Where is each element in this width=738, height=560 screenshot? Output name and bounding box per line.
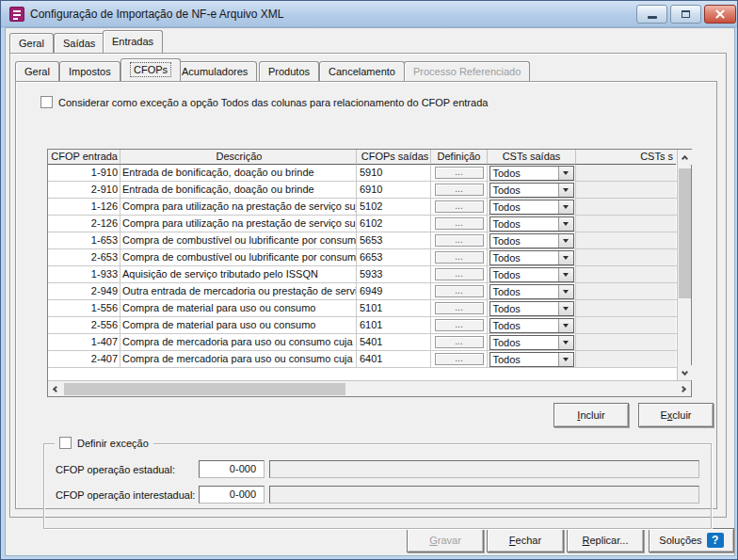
col-header-csts-saidas[interactable]: CSTs saídas — [488, 150, 576, 165]
cell-csts-saidas-2[interactable] — [576, 283, 676, 299]
cell-cfop-entrada[interactable]: 1-933 — [48, 266, 120, 282]
horizontal-scroll-thumb[interactable] — [64, 383, 345, 395]
table-row[interactable]: 1-407 Compra de mercadoria para uso ou c… — [48, 334, 677, 351]
restore-button[interactable] — [670, 5, 701, 24]
definicao-button[interactable]: ... — [435, 285, 484, 297]
vertical-scroll-thumb[interactable] — [679, 168, 691, 298]
subtab-cfops[interactable]: CFOPs — [120, 58, 181, 81]
horizontal-scrollbar[interactable] — [48, 380, 691, 396]
definicao-button[interactable]: ... — [435, 184, 484, 196]
definicao-button[interactable]: ... — [435, 319, 484, 331]
csts-combobox[interactable]: Todos — [489, 267, 574, 282]
subtab-impostos[interactable]: Impostos — [59, 61, 120, 81]
cell-descricao[interactable]: Aquisição de serviço tributado pelo ISSQ… — [120, 266, 357, 282]
cell-csts-saidas-2[interactable] — [576, 334, 676, 350]
cell-csts-saidas-2[interactable] — [576, 216, 676, 232]
cell-cfops-saidas[interactable]: 6949 — [357, 283, 431, 299]
subtab-produtos[interactable]: Produtos — [259, 61, 319, 81]
csts-combobox[interactable]: Todos — [489, 250, 574, 265]
cell-descricao[interactable]: Compra de mercadoria para uso ou consumo… — [120, 334, 357, 350]
cfop-estadual-input[interactable]: 0-000 — [199, 460, 265, 478]
combo-dropdown-button[interactable] — [558, 285, 573, 298]
csts-combobox[interactable]: Todos — [489, 284, 574, 299]
subtab-acumuladores[interactable]: Acumuladores — [172, 61, 257, 81]
solucoes-button[interactable]: Soluções ? — [649, 528, 734, 552]
cell-cfop-entrada[interactable]: 1-407 — [48, 334, 120, 350]
cell-cfops-saidas[interactable]: 5102 — [357, 199, 431, 215]
incluir-button[interactable]: Incluir — [554, 403, 629, 427]
col-header-csts-saidas-2[interactable]: CSTs s — [576, 150, 676, 165]
cell-descricao[interactable]: Compra de combustível ou lubrificante po… — [120, 232, 357, 248]
definicao-button[interactable]: ... — [435, 200, 484, 213]
cell-descricao[interactable]: Entrada de bonificação, doação ou brinde — [120, 182, 357, 198]
cell-cfop-entrada[interactable]: 2-126 — [48, 216, 120, 232]
definicao-button[interactable]: ... — [435, 167, 484, 179]
gravar-button[interactable]: Gravar — [407, 528, 484, 552]
table-row[interactable]: 2-653 Compra de combustível ou lubrifica… — [48, 249, 677, 266]
table-row[interactable]: 1-556 Compra de material para uso ou con… — [48, 300, 677, 317]
tab-saidas[interactable]: Saídas — [54, 33, 104, 53]
definicao-button[interactable]: ... — [435, 353, 484, 365]
combo-dropdown-button[interactable] — [558, 184, 573, 197]
exception-checkbox[interactable] — [40, 96, 53, 108]
combo-dropdown-button[interactable] — [558, 319, 573, 332]
cell-cfops-saidas[interactable]: 6102 — [357, 216, 431, 232]
combo-dropdown-button[interactable] — [558, 167, 573, 180]
scroll-left-button[interactable] — [48, 381, 62, 396]
col-header-descricao[interactable]: Descrição — [120, 150, 357, 165]
csts-combobox[interactable]: Todos — [489, 166, 574, 181]
cell-descricao[interactable]: Compra de combustível ou lubrificante po… — [120, 249, 357, 265]
csts-combobox[interactable]: Todos — [489, 216, 574, 232]
definicao-button[interactable]: ... — [435, 302, 484, 314]
table-row[interactable]: 2-910 Entrada de bonificação, doação ou … — [48, 182, 677, 199]
col-header-definicao[interactable]: Definição — [431, 150, 488, 165]
cell-cfops-saidas[interactable]: 6401 — [357, 351, 431, 367]
cell-descricao[interactable]: Compra de mercadoria para uso ou consumo… — [120, 351, 357, 367]
cell-descricao[interactable]: Outra entrada de mercadoria ou prestação… — [120, 283, 357, 299]
combo-dropdown-button[interactable] — [558, 217, 573, 231]
subtab-cancelamento[interactable]: Cancelamento — [319, 61, 405, 81]
cell-cfops-saidas[interactable]: 6101 — [357, 317, 431, 333]
definicao-button[interactable]: ... — [435, 234, 484, 247]
cell-csts-saidas-2[interactable] — [576, 199, 676, 215]
csts-combobox[interactable]: Todos — [489, 233, 574, 248]
cell-cfop-entrada[interactable]: 1-910 — [48, 165, 120, 181]
cell-cfops-saidas[interactable]: 5101 — [357, 300, 431, 316]
table-row[interactable]: 1-653 Compra de combustível ou lubrifica… — [48, 232, 677, 249]
table-row[interactable]: 1-910 Entrada de bonificação, doação ou … — [48, 165, 677, 182]
cell-cfop-entrada[interactable]: 2-556 — [48, 317, 120, 333]
cell-cfops-saidas[interactable]: 5933 — [357, 266, 431, 282]
scroll-down-button[interactable] — [678, 365, 692, 380]
table-row[interactable]: 2-556 Compra de material para uso ou con… — [48, 317, 677, 334]
combo-dropdown-button[interactable] — [558, 251, 573, 264]
cell-cfops-saidas[interactable]: 5910 — [357, 165, 431, 181]
cell-descricao[interactable]: Compra de material para uso ou consumo — [120, 317, 357, 333]
table-row[interactable]: 2-126 Compra para utilização na prestaçã… — [48, 216, 677, 232]
cell-descricao[interactable]: Entrada de bonificação, doação ou brinde — [120, 165, 357, 181]
cell-csts-saidas-2[interactable] — [576, 249, 676, 265]
definicao-button[interactable]: ... — [435, 251, 484, 264]
definicao-button[interactable]: ... — [435, 268, 484, 280]
csts-combobox[interactable]: Todos — [489, 183, 574, 198]
csts-combobox[interactable]: Todos — [489, 352, 574, 367]
csts-combobox[interactable]: Todos — [489, 301, 574, 316]
combo-dropdown-button[interactable] — [558, 302, 573, 315]
definir-excecao-checkbox[interactable] — [59, 437, 72, 449]
close-button[interactable] — [704, 5, 736, 24]
cell-csts-saidas-2[interactable] — [576, 165, 676, 181]
cell-cfop-entrada[interactable]: 2-653 — [48, 249, 120, 265]
cell-cfop-entrada[interactable]: 2-407 — [48, 351, 120, 367]
table-row[interactable]: 2-407 Compra de mercadoria para uso ou c… — [48, 351, 677, 368]
cell-descricao[interactable]: Compra para utilização na prestação de s… — [120, 216, 357, 232]
scroll-right-button[interactable] — [677, 381, 691, 396]
cfop-estadual-desc-input[interactable] — [269, 460, 699, 478]
cell-cfop-entrada[interactable]: 1-126 — [48, 199, 120, 215]
combo-dropdown-button[interactable] — [558, 353, 573, 366]
col-header-cfops-saidas[interactable]: CFOPs saídas — [357, 150, 431, 165]
definicao-button[interactable]: ... — [435, 336, 484, 348]
csts-combobox[interactable]: Todos — [489, 318, 574, 333]
cell-cfop-entrada[interactable]: 1-556 — [48, 300, 120, 316]
combo-dropdown-button[interactable] — [558, 200, 573, 214]
table-row[interactable]: 1-933 Aquisição de serviço tributado pel… — [48, 266, 677, 283]
cell-csts-saidas-2[interactable] — [576, 351, 676, 367]
